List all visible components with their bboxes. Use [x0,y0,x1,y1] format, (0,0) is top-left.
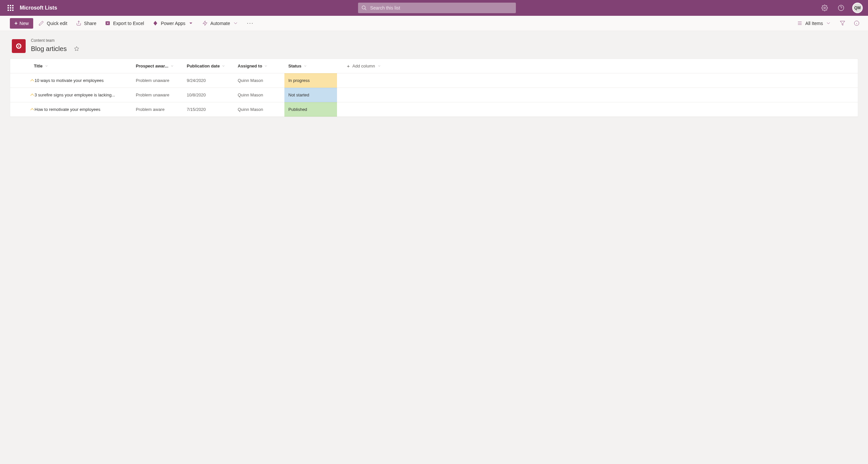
row-gutter [10,74,30,88]
view-selector-button[interactable]: All Items [794,18,834,29]
share-button[interactable]: Share [73,18,100,29]
export-excel-button[interactable]: Export to Excel [102,18,147,29]
column-status-label: Status [288,63,302,68]
add-column-button[interactable]: + Add column [337,59,858,73]
header-right: QM [817,0,865,16]
user-avatar[interactable]: QM [852,3,863,13]
powerapps-icon [153,21,158,26]
favorite-button[interactable] [71,44,83,54]
chevron-down-icon [377,64,381,68]
info-button[interactable] [850,18,863,29]
cell-assigned: Quinn Mason [234,88,284,102]
cell-status: In progress [284,74,337,88]
svg-point-3 [838,5,844,11]
share-label: Share [84,21,96,26]
column-title[interactable]: Title [30,59,132,73]
cell-status: Published [284,103,337,116]
automate-label: Automate [210,21,230,26]
column-prospect[interactable]: Prospect awar... [132,59,183,73]
column-assigned-label: Assigned to [238,63,262,68]
list-name: Blog articles [31,45,67,53]
chevron-down-icon [304,64,307,68]
excel-icon [105,21,111,26]
gear-icon [821,5,828,11]
chevron-down-icon [264,64,268,68]
list-title-area: Content team Blog articles [0,31,868,59]
row-gutter [10,88,30,102]
cell-empty [337,88,858,102]
settings-button[interactable] [817,0,833,16]
app-title: Microsoft Lists [20,5,57,11]
table-row[interactable]: How to remotivate your employeesProblem … [10,103,858,117]
search-box[interactable] [358,3,516,13]
more-icon: ··· [247,20,254,27]
cell-title[interactable]: 3 surefire signs your employee is lackin… [30,88,132,102]
cell-empty [337,103,858,116]
cell-date: 7/15/2020 [183,103,234,116]
info-icon [854,21,860,26]
title-text: Content team Blog articles [31,38,83,54]
cell-prospect: Problem unaware [132,74,183,88]
new-button[interactable]: + New [10,18,33,29]
column-date[interactable]: Publication date [183,59,234,73]
cell-empty [337,74,858,88]
plus-icon: + [347,63,350,69]
search-icon [361,5,367,11]
column-title-label: Title [34,63,43,68]
star-icon [74,46,79,51]
filter-button[interactable] [836,18,848,29]
svg-point-0 [362,6,365,9]
plus-icon: + [14,21,18,26]
waffle-icon [7,5,13,11]
header-center [57,3,817,13]
automate-icon [202,21,208,26]
new-button-label: New [20,21,29,26]
add-column-label: Add column [352,63,375,68]
list-icon [12,39,26,53]
cell-assigned: Quinn Mason [234,103,284,116]
cell-title[interactable]: How to remotivate your employees [30,103,132,116]
column-prospect-label: Prospect awar... [136,63,168,68]
share-icon [76,21,82,26]
svg-marker-15 [74,47,79,51]
quick-edit-label: Quick edit [47,21,67,26]
automate-button[interactable]: Automate [199,18,242,29]
chevron-down-icon [170,64,174,68]
svg-marker-7 [203,21,207,25]
command-bar: + New Quick edit Share Export to Excel P… [0,16,868,31]
edit-icon [38,21,44,26]
help-button[interactable] [833,0,849,16]
column-status[interactable]: Status [284,59,337,73]
search-input[interactable] [370,5,513,10]
chevron-down-icon [826,21,831,26]
cell-title[interactable]: 10 ways to motivate your employees [30,74,132,88]
column-gutter [10,59,30,73]
cell-assigned: Quinn Mason [234,74,284,88]
table-row[interactable]: 10 ways to motivate your employeesProble… [10,74,858,88]
title-row: Blog articles [31,44,83,54]
view-label: All Items [805,21,823,26]
quick-edit-button[interactable]: Quick edit [35,18,70,29]
table-row[interactable]: 3 surefire signs your employee is lackin… [10,88,858,103]
cell-prospect: Problem unaware [132,88,183,102]
column-assigned[interactable]: Assigned to [234,59,284,73]
cell-status: Not started [284,88,337,102]
row-gutter [10,103,30,116]
team-name: Content team [31,38,83,43]
list-table: Title Prospect awar... Publication date … [10,59,858,117]
power-apps-button[interactable]: Power Apps [149,18,197,29]
cell-prospect: Problem aware [132,103,183,116]
svg-marker-11 [840,21,845,25]
chevron-down-icon [45,64,48,68]
help-icon [838,5,844,11]
chevron-down-icon [222,64,225,68]
more-actions-button[interactable]: ··· [244,18,257,29]
table-body: 10 ways to motivate your employeesProble… [10,74,858,117]
power-apps-label: Power Apps [161,21,185,26]
column-date-label: Publication date [187,63,220,68]
cell-date: 9/24/2020 [183,74,234,88]
export-label: Export to Excel [113,21,144,26]
table-header: Title Prospect awar... Publication date … [10,59,858,74]
app-launcher-button[interactable] [3,0,19,16]
filter-icon [840,21,845,26]
